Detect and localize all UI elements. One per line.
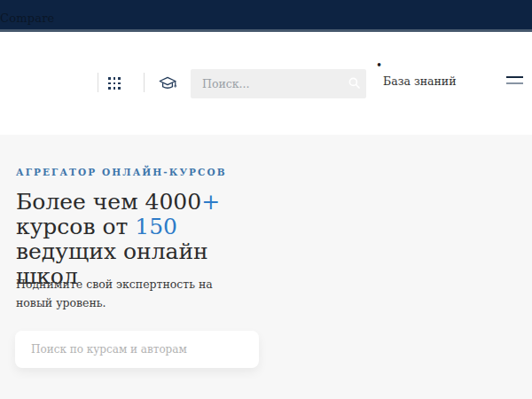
hero-title-plus: + [201,189,220,215]
search-icon [348,77,360,91]
hero-section: АГРЕГАТОР ОНЛАЙН-КУРСОВ Более чем 4000+ … [0,135,532,399]
compare-link[interactable]: Compare [0,12,54,25]
header-divider [144,73,145,92]
course-search-box [15,331,259,368]
header-search-input[interactable] [191,69,342,98]
hero-title-count: 150 [135,214,177,239]
nav-item-knowledge-base[interactable]: • База знаний [376,61,456,88]
hero-title-text-1: Более чем 4000 [16,189,201,215]
hero-subtitle: Поднимите свой экспертность на новый уро… [16,275,238,312]
header-divider [98,73,98,92]
bullet-dot-icon: • [376,61,456,70]
page: Compare [0,0,532,399]
hamburger-menu-icon[interactable] [506,76,523,86]
header-search-button[interactable] [342,69,366,98]
hero-eyebrow: АГРЕГАТОР ОНЛАЙН-КУРСОВ [16,167,227,177]
top-bar: Compare [0,0,532,32]
hero-title-text-2: курсов от [16,214,135,239]
course-search-input[interactable] [15,331,259,368]
header-search-form [191,69,366,98]
header: • База знаний [0,32,532,135]
nav-item-label: База знаний [383,74,456,88]
graduation-cap-icon[interactable] [159,75,176,91]
grid-apps-icon[interactable] [108,77,121,90]
